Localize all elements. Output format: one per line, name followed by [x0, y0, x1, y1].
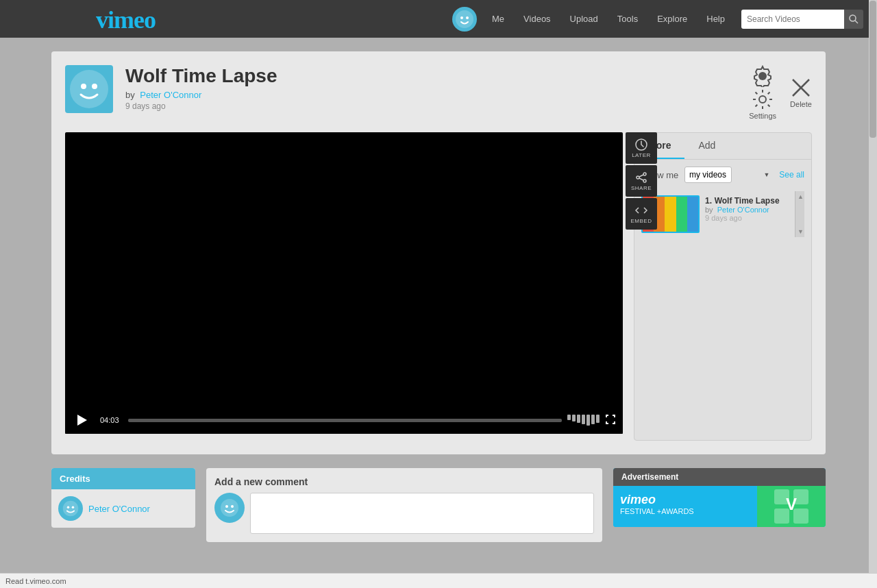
- nav-right: Me Videos Upload Tools Explore Help: [452, 0, 863, 38]
- svg-text:V: V: [786, 495, 797, 513]
- svg-point-20: [72, 506, 74, 509]
- nav-link-help[interactable]: Help: [697, 0, 734, 38]
- share-button[interactable]: SHARE: [626, 165, 657, 197]
- search-input[interactable]: [741, 10, 844, 29]
- video-header: Wolf Time Lapse by Peter O'Connor 9 days…: [65, 65, 812, 120]
- main-content: Wolf Time Lapse by Peter O'Connor 9 days…: [51, 51, 826, 454]
- vol-bar-2: [572, 415, 576, 421]
- vol-bar-6: [591, 415, 595, 424]
- time-display: 04:03: [97, 415, 123, 426]
- tab-add[interactable]: Add: [684, 133, 729, 159]
- svg-point-2: [466, 16, 469, 19]
- video-player[interactable]: 04:03: [65, 132, 623, 434]
- video-list-author[interactable]: Peter O'Connor: [717, 206, 769, 214]
- svg-marker-11: [77, 415, 87, 426]
- credits-header: Credits: [51, 468, 195, 489]
- scroll-up-button[interactable]: ▲: [795, 191, 804, 202]
- ad-header: Advertisement: [613, 468, 826, 486]
- show-me-row: Show me my videos See all: [641, 167, 804, 183]
- bottom-section: Credits Peter O'Connor Add a new comment: [51, 468, 826, 542]
- video-author-link[interactable]: Peter O'Connor: [140, 90, 201, 100]
- panel-scrollbar: ▲ ▼: [795, 191, 804, 237]
- video-list: 1. Wolf Time Lapse by Peter O'Connor 9 d…: [641, 191, 795, 237]
- video-list-num-title: 1. Wolf Time Lapse: [705, 195, 795, 206]
- color-bar-4: [676, 197, 687, 232]
- nav-link-tools[interactable]: Tools: [608, 0, 647, 38]
- top-navigation: vimeo Me Videos Upload Tools Explore Hel…: [0, 0, 877, 38]
- ad-left: vimeo FESTIVAL +AWARDS: [613, 486, 757, 527]
- video-title: Wolf Time Lapse: [125, 65, 749, 87]
- later-label: LATER: [632, 152, 651, 158]
- nav-link-upload[interactable]: Upload: [560, 0, 608, 38]
- vol-bar-7: [596, 415, 600, 423]
- ad-festival-text: FESTIVAL +AWARDS: [620, 507, 694, 515]
- video-list-time: 9 days ago: [705, 214, 795, 222]
- svg-point-5: [70, 70, 108, 108]
- nav-link-videos[interactable]: Videos: [514, 0, 560, 38]
- share-label: SHARE: [631, 185, 652, 191]
- svg-point-3: [850, 15, 856, 21]
- video-title-area: Wolf Time Lapse by Peter O'Connor 9 days…: [125, 65, 749, 111]
- svg-line-17: [639, 178, 643, 180]
- logo-area: vimeo: [96, 5, 156, 34]
- show-me-select[interactable]: my videos: [684, 167, 732, 183]
- scroll-down-button[interactable]: ▼: [795, 226, 804, 237]
- panel-body: Show me my videos See all: [634, 160, 811, 440]
- video-side-buttons: LATER SHARE: [626, 132, 657, 230]
- credit-name-link[interactable]: Peter O'Connor: [88, 504, 150, 514]
- progress-bar[interactable]: [128, 419, 562, 422]
- nav-link-explore[interactable]: Explore: [647, 0, 697, 38]
- ad-logo: vimeo: [620, 493, 656, 507]
- settings-button[interactable]: Settings: [749, 65, 776, 120]
- embed-button[interactable]: EMBED: [626, 198, 657, 230]
- embed-label: EMBED: [631, 218, 652, 224]
- video-list-by: by Peter O'Connor: [705, 206, 795, 214]
- video-player-wrap: 04:03: [65, 132, 623, 434]
- svg-point-21: [221, 499, 238, 517]
- svg-point-15: [643, 180, 646, 182]
- nav-link-me[interactable]: Me: [482, 0, 514, 38]
- later-button[interactable]: LATER: [626, 132, 657, 164]
- svg-point-23: [231, 505, 234, 508]
- svg-point-1: [460, 16, 463, 19]
- page-scrollbar[interactable]: [869, 0, 877, 556]
- video-timestamp: 9 days ago: [125, 101, 749, 111]
- panel-scroll-area[interactable]: 1. Wolf Time Lapse by Peter O'Connor 9 d…: [641, 191, 795, 237]
- ad-inner: vimeo FESTIVAL +AWARDS V: [613, 486, 826, 527]
- delete-button[interactable]: Delete: [790, 77, 812, 108]
- svg-point-8: [759, 96, 766, 103]
- fullscreen-button[interactable]: [605, 414, 616, 427]
- credit-person[interactable]: Peter O'Connor: [58, 496, 188, 521]
- ad-box: Advertisement vimeo FESTIVAL +AWARDS V: [613, 468, 826, 527]
- vimeo-logo[interactable]: vimeo: [96, 6, 156, 34]
- play-button[interactable]: [72, 411, 91, 430]
- svg-point-0: [456, 10, 473, 28]
- video-main: 04:03: [65, 132, 812, 441]
- comment-row: [214, 493, 594, 534]
- svg-line-4: [855, 21, 858, 23]
- panel-scroll-container: 1. Wolf Time Lapse by Peter O'Connor 9 d…: [641, 191, 804, 237]
- vol-bar-3: [577, 415, 580, 423]
- see-all-link[interactable]: See all: [779, 170, 804, 180]
- color-bar-3: [665, 197, 676, 232]
- user-avatar-nav[interactable]: [452, 7, 477, 32]
- list-item[interactable]: 1. Wolf Time Lapse by Peter O'Connor 9 d…: [641, 191, 795, 237]
- video-actions: Settings Delete: [749, 65, 812, 120]
- comment-box: Add a new comment: [206, 468, 602, 542]
- panel-tabs: More Add: [634, 133, 811, 160]
- right-panel: More Add Show me my videos See all: [634, 132, 812, 441]
- comment-box-header: Add a new comment: [214, 476, 594, 487]
- video-list-info: 1. Wolf Time Lapse by Peter O'Connor 9 d…: [705, 195, 795, 222]
- search-area: [741, 10, 863, 29]
- comment-input[interactable]: [250, 493, 594, 534]
- search-button[interactable]: [844, 10, 863, 29]
- credits-body: Peter O'Connor: [51, 489, 195, 528]
- svg-point-18: [63, 501, 79, 517]
- video-author-avatar: [65, 65, 113, 113]
- page-scrollbar-thumb: [869, 1, 876, 138]
- svg-line-16: [639, 175, 643, 177]
- vol-bar-1: [567, 415, 571, 420]
- comment-avatar: [214, 493, 245, 523]
- video-by: by Peter O'Connor: [125, 90, 749, 100]
- svg-point-14: [637, 176, 639, 179]
